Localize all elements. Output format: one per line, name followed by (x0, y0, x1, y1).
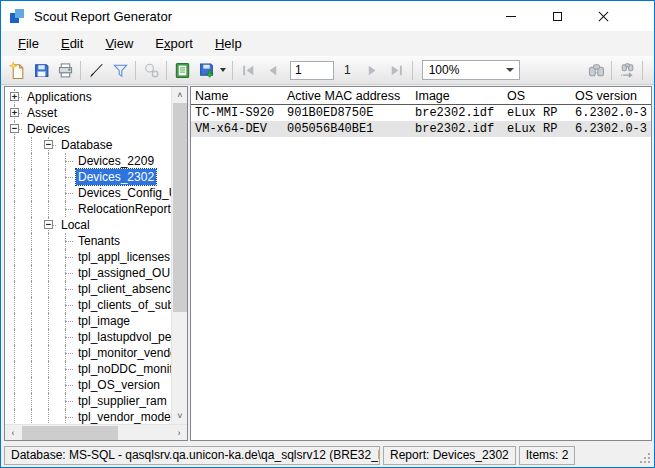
tree-guide-line (27, 233, 44, 249)
first-page-icon (240, 62, 257, 79)
tree-item-tpl-assigned-ou[interactable]: tpl_assigned_OU (5, 265, 171, 281)
expand-icon[interactable]: + (10, 108, 19, 117)
export-save-button[interactable] (194, 58, 229, 82)
tree-item-devices-2302[interactable]: Devices_2302 (5, 169, 171, 185)
edit-pen-button[interactable] (84, 58, 108, 82)
collapse-icon[interactable]: − (10, 124, 19, 133)
tree-vertical-scrollbar[interactable]: ˄ ˅ (171, 87, 187, 424)
column-header-image[interactable]: Image (411, 89, 503, 103)
tree-item-devices[interactable]: −Devices (5, 121, 171, 137)
tree-connector (61, 409, 73, 424)
table-row[interactable]: TC-MMI-S920901B0ED8750Ebre2302.idfeLux R… (191, 105, 651, 121)
tree-item-tpl-clients-of-subnet[interactable]: tpl_clients_of_subnet (5, 297, 171, 313)
tree-item-tpl-supplier-ram[interactable]: tpl_supplier_ram (5, 393, 171, 409)
tree-item-label: tpl_client_absence (76, 281, 171, 297)
tree-item-devices-config-upt[interactable]: Devices_Config_UpT (5, 185, 171, 201)
tree-item-tpl-os-version[interactable]: tpl_OS_version (5, 377, 171, 393)
tree-expander[interactable]: − (44, 217, 56, 233)
column-header-os-version[interactable]: OS version (571, 89, 651, 103)
zoom-value: 100% (423, 63, 506, 77)
minimize-button[interactable] (488, 1, 534, 31)
tree-connector (61, 313, 73, 329)
tree-item-tpl-monitor-vendor[interactable]: tpl_monitor_vendor (5, 345, 171, 361)
save-button[interactable] (29, 58, 53, 82)
report-tree-panel: +Applications+Asset−Devices−DatabaseDevi… (4, 86, 188, 441)
tree-expander[interactable]: − (10, 121, 22, 137)
tree-guide-line (44, 249, 61, 265)
view-report-button[interactable] (170, 58, 194, 82)
tree-item-label: Devices_Config_UpT (76, 185, 171, 201)
tree-item-label: Applications (25, 89, 94, 105)
tree-item-tpl-noddc-monitors[interactable]: tpl_noDDC_monitors (5, 361, 171, 377)
zoom-dropdown-caret-icon[interactable] (506, 68, 514, 72)
export-dropdown-caret-icon[interactable] (220, 68, 226, 72)
minimize-icon (506, 16, 516, 17)
scroll-up-icon[interactable]: ˄ (172, 87, 188, 103)
tree-item-relocationreport[interactable]: RelocationReport (5, 201, 171, 217)
collapse-icon[interactable]: − (44, 140, 53, 149)
tree-item-tpl-appl-licenses[interactable]: tpl_appl_licenses (5, 249, 171, 265)
vertical-scroll-thumb[interactable] (173, 103, 187, 312)
tree-connector (61, 281, 73, 297)
expand-icon[interactable]: + (10, 92, 19, 101)
tree-item-applications[interactable]: +Applications (5, 89, 171, 105)
tree-guide-line (10, 377, 27, 393)
maximize-button[interactable] (534, 1, 580, 31)
report-tree: +Applications+Asset−Devices−DatabaseDevi… (5, 87, 171, 424)
tree-item-tpl-lastupdvol-period[interactable]: tpl_lastupdvol_period (5, 329, 171, 345)
last-page-button[interactable] (385, 58, 409, 82)
column-header-name[interactable]: Name (191, 89, 283, 103)
menu-edit[interactable]: Edit (50, 33, 94, 54)
page-number-input[interactable] (290, 61, 334, 80)
tree-item-devices-2209[interactable]: Devices_2209 (5, 153, 171, 169)
horizontal-scroll-thumb[interactable] (22, 426, 118, 440)
tree-expander[interactable]: + (10, 105, 22, 121)
column-header-active-mac-address[interactable]: Active MAC address (283, 89, 411, 103)
scroll-down-icon[interactable]: ˅ (172, 408, 188, 424)
tree-expander[interactable]: − (44, 137, 56, 153)
find-next-button[interactable] (615, 58, 639, 82)
tree-item-local[interactable]: −Local (5, 217, 171, 233)
tree-guide-line (27, 201, 44, 217)
resize-grip[interactable] (648, 461, 650, 463)
tree-item-tenants[interactable]: Tenants (5, 233, 171, 249)
tree-horizontal-scrollbar[interactable]: ‹ › (5, 424, 187, 440)
new-report-button[interactable] (5, 58, 29, 82)
filter-button[interactable] (108, 58, 132, 82)
toolbar-separator (642, 61, 643, 80)
menu-file[interactable]: File (7, 33, 50, 54)
tree-guide-line (44, 329, 61, 345)
next-page-button[interactable] (361, 58, 385, 82)
search-settings-button[interactable] (139, 58, 163, 82)
tree-item-tpl-vendor-model-typ[interactable]: tpl_vendor_model_typ (5, 409, 171, 424)
menu-view[interactable]: View (94, 33, 144, 54)
tree-item-tpl-image[interactable]: tpl_image (5, 313, 171, 329)
tree-connector (61, 297, 73, 313)
print-button[interactable] (53, 58, 77, 82)
first-page-button[interactable] (236, 58, 260, 82)
zoom-combobox[interactable]: 100% (422, 60, 520, 80)
column-header-os[interactable]: OS (503, 89, 571, 103)
table-cell: 6.2302.0-3 (571, 106, 651, 120)
tree-item-tpl-client-absence[interactable]: tpl_client_absence (5, 281, 171, 297)
scroll-right-icon[interactable]: › (171, 425, 187, 441)
report-table-panel: NameActive MAC addressImageOSOS version … (190, 86, 652, 441)
table-row[interactable]: VM-x64-DEV005056B40BE1bre2302.idfeLux RP… (191, 121, 651, 137)
find-button[interactable] (584, 58, 608, 82)
previous-page-button[interactable] (260, 58, 284, 82)
tree-expander[interactable]: + (10, 89, 22, 105)
tree-item-label: tpl_monitor_vendor (76, 345, 171, 361)
tree-item-asset[interactable]: +Asset (5, 105, 171, 121)
tree-guide-line (27, 265, 44, 281)
scroll-left-icon[interactable]: ‹ (5, 425, 21, 441)
menu-export[interactable]: Export (144, 33, 204, 54)
tree-guide-line (10, 265, 27, 281)
close-button[interactable] (580, 1, 626, 31)
collapse-icon[interactable]: − (44, 220, 53, 229)
menu-help[interactable]: Help (204, 33, 253, 54)
tree-item-label: RelocationReport (76, 201, 171, 217)
tree-guide-line (44, 201, 61, 217)
title-bar[interactable]: Scout Report Generator (1, 1, 654, 31)
tree-guide-line (10, 297, 27, 313)
tree-item-database[interactable]: −Database (5, 137, 171, 153)
